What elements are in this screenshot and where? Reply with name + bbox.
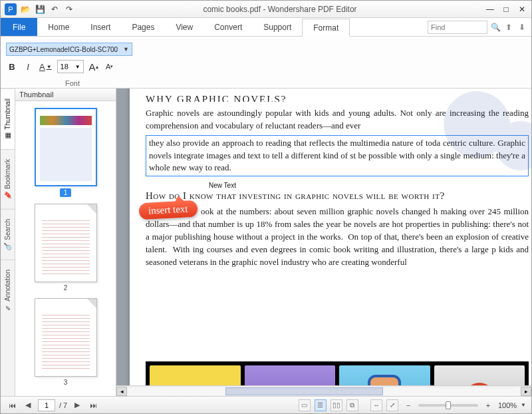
find-prev-icon[interactable]: ⬆ <box>503 22 514 33</box>
ribbon-format: GZBPG+LemonadeICG-Bold-SC700 ▼ B I A▼ 18… <box>1 37 531 89</box>
save-icon[interactable]: 💾 <box>34 3 46 15</box>
search-icon: 🔍 <box>4 242 11 250</box>
find-box: 🔍 ⬆ ⬇ <box>428 18 531 36</box>
sidetab-bookmark[interactable]: 🔖Bookmark <box>1 149 15 209</box>
font-color-button[interactable]: A▼ <box>38 60 53 73</box>
workspace: ▦Thumbnail 🔖Bookmark 🔍Search ✎Annotation… <box>1 89 531 396</box>
view-facing-button[interactable]: ▯▯ <box>331 399 342 411</box>
shrink-font-button[interactable]: A▾ <box>104 60 116 73</box>
font-size-value: 18 <box>61 63 68 71</box>
ribbon-group-label: Font <box>6 79 139 87</box>
title-bar: P 📂 💾 ↶ ↷ comic books.pdf - Wondershare … <box>1 1 531 18</box>
file-menu-button[interactable]: File <box>1 18 37 36</box>
tab-home[interactable]: Home <box>37 18 80 36</box>
app-window: P 📂 💾 ↶ ↷ comic books.pdf - Wondershare … <box>0 0 532 414</box>
italic-button[interactable]: I <box>22 60 34 73</box>
view-continuous-button[interactable]: ☰ <box>315 399 327 411</box>
chevron-down-icon[interactable]: ▼ <box>521 402 526 408</box>
find-next-icon[interactable]: ⬇ <box>517 22 527 33</box>
view-continuous-facing-button[interactable]: ⧉ <box>346 399 358 411</box>
subheading-question[interactable]: How do I know that investing in graphic … <box>146 190 529 202</box>
next-page-button[interactable]: ▶ <box>71 399 83 411</box>
search-icon[interactable]: 🔍 <box>490 22 501 33</box>
ribbon-tabs: File Home Insert Pages View Convert Supp… <box>1 18 531 37</box>
zoom-slider-handle[interactable] <box>446 401 451 409</box>
bookmark-icon: 🔖 <box>4 192 11 200</box>
tab-convert[interactable]: Convert <box>203 18 253 36</box>
paragraph-text[interactable]: You ook at the numbers: about seven mill… <box>146 206 529 268</box>
thumbnail-page-number: 3 <box>64 379 68 386</box>
zoom-level-label: 100% <box>498 401 517 409</box>
fit-width-button[interactable]: ↔ <box>370 399 382 411</box>
tab-support[interactable]: Support <box>253 18 302 36</box>
sidetab-thumbnail[interactable]: ▦Thumbnail <box>1 89 15 149</box>
fit-page-button[interactable]: ⤢ <box>386 399 398 411</box>
scroll-track[interactable] <box>127 387 521 395</box>
redo-icon[interactable]: ↷ <box>63 3 75 15</box>
minimize-button[interactable]: — <box>485 5 495 14</box>
sidetab-search[interactable]: 🔍Search <box>1 209 15 260</box>
grow-font-button[interactable]: A▴ <box>88 60 100 73</box>
view-single-page-button[interactable]: ▭ <box>299 399 311 411</box>
thumbnail-panel-title: Thumbnail <box>15 89 116 101</box>
font-family-value: GZBPG+LemonadeICG-Bold-SC700 <box>9 46 118 53</box>
undo-icon[interactable]: ↶ <box>49 3 61 15</box>
scroll-left-icon[interactable]: ◂ <box>116 387 127 396</box>
status-bar: ⏮ ◀ / 7 ▶ ⏭ ▭ ☰ ▯▯ ⧉ ↔ ⤢ − + 100% ▼ <box>1 396 531 413</box>
last-page-button[interactable]: ⏭ <box>87 399 99 411</box>
chevron-down-icon: ▼ <box>75 64 80 70</box>
tab-insert[interactable]: Insert <box>80 18 121 36</box>
tab-pages[interactable]: Pages <box>121 18 165 36</box>
insert-text-callout: insert text <box>138 200 198 220</box>
tab-format[interactable]: Format <box>302 19 350 37</box>
window-title: comic books.pdf - Wondershare PDF Editor <box>75 5 485 14</box>
close-button[interactable]: ✕ <box>517 5 527 14</box>
zoom-in-button[interactable]: + <box>482 399 494 411</box>
thumbnail-list: 1 2 3 <box>15 101 116 396</box>
zoom-out-button[interactable]: − <box>402 399 414 411</box>
chevron-down-icon: ▼ <box>123 46 129 53</box>
prev-page-button[interactable]: ◀ <box>22 399 34 411</box>
quick-access-toolbar: P 📂 💾 ↶ ↷ <box>5 3 75 15</box>
current-page-input[interactable] <box>38 399 55 411</box>
open-icon[interactable]: 📂 <box>19 3 31 15</box>
total-pages-label: / 7 <box>59 401 67 409</box>
document-viewport[interactable]: WHY GRAPHIC NOVELS? Graphic novels are a… <box>116 89 531 396</box>
find-input[interactable] <box>428 21 487 34</box>
font-family-dropdown[interactable]: GZBPG+LemonadeICG-Bold-SC700 ▼ <box>6 43 132 56</box>
annotation-icon: ✎ <box>4 304 11 311</box>
thumbnail-page-number: 2 <box>64 284 68 292</box>
scroll-thumb[interactable] <box>225 387 383 395</box>
thumbnail-icon: ▦ <box>4 132 11 140</box>
thumbnail-page[interactable]: 3 <box>34 298 98 386</box>
maximize-button[interactable]: □ <box>501 5 511 14</box>
horizontal-scrollbar[interactable]: ◂ ▸ <box>116 385 531 396</box>
bold-button[interactable]: B <box>6 60 18 73</box>
thumbnail-page[interactable]: 2 <box>34 204 98 292</box>
pdf-page[interactable]: WHY GRAPHIC NOVELS? Graphic novels are a… <box>130 89 531 396</box>
thumbnail-page[interactable]: 1 <box>34 108 98 197</box>
app-icon: P <box>5 3 17 15</box>
sidetab-annotation[interactable]: ✎Annotation <box>1 260 15 321</box>
thumbnail-panel: Thumbnail 1 2 3 <box>15 89 116 396</box>
scroll-right-icon[interactable]: ▸ <box>521 387 531 396</box>
window-controls: — □ ✕ <box>485 5 527 14</box>
tab-view[interactable]: View <box>165 18 203 36</box>
thumbnail-page-number: 1 <box>60 188 72 197</box>
font-size-dropdown[interactable]: 18 ▼ <box>57 60 84 73</box>
first-page-button[interactable]: ⏮ <box>6 399 18 411</box>
side-tab-strip: ▦Thumbnail 🔖Bookmark 🔍Search ✎Annotation <box>1 89 15 396</box>
zoom-slider[interactable] <box>418 404 478 407</box>
